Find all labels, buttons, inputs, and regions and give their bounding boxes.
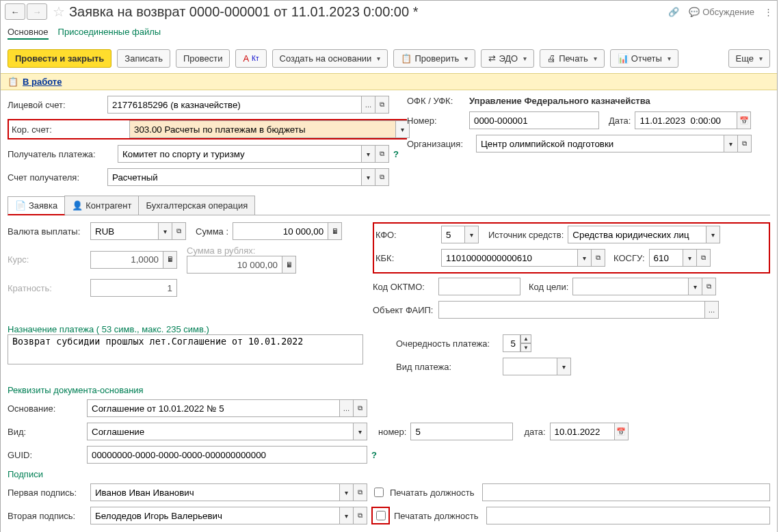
sum-input[interactable] (233, 222, 328, 240)
bdate-input[interactable] (550, 423, 615, 440)
basis-input[interactable] (87, 399, 340, 417)
print-icon: 🖨 (547, 53, 556, 64)
src-dd[interactable]: ▾ (707, 226, 720, 243)
tab-main[interactable]: Основное (8, 27, 49, 40)
sign1-print-cbx[interactable] (374, 488, 384, 497)
faip-sel[interactable]: … (705, 301, 719, 319)
account-select[interactable]: … (362, 96, 375, 114)
kosgu-label: КОСГУ: (613, 253, 645, 263)
payee-input[interactable] (118, 145, 362, 163)
nav-back[interactable]: ← (5, 3, 25, 20)
bnum-input[interactable] (410, 423, 513, 440)
date-input[interactable] (635, 111, 737, 129)
ptype-dd[interactable]: ▾ (557, 358, 571, 375)
num-input[interactable] (469, 111, 599, 129)
date-label: Дата: (609, 116, 631, 126)
kind-input[interactable] (87, 423, 354, 440)
sign1-dd[interactable]: ▾ (340, 483, 354, 501)
sign1-open[interactable]: ⧉ (354, 483, 367, 501)
kbk-open[interactable]: ⧉ (592, 249, 605, 267)
subtab-contragent[interactable]: 👤Контрагент (64, 196, 139, 215)
src-input[interactable] (568, 226, 707, 243)
currency-dd[interactable]: ▾ (159, 222, 172, 240)
ptype-input[interactable] (503, 358, 557, 375)
post-close-button[interactable]: Провести и закрыть (8, 49, 111, 68)
org-input[interactable] (476, 135, 724, 152)
goal-dd[interactable]: ▾ (689, 278, 702, 295)
link-icon[interactable]: 🔗 (668, 7, 679, 17)
basis-open[interactable]: ⧉ (354, 399, 367, 417)
date-cal[interactable] (737, 111, 751, 129)
rate-input (90, 251, 163, 269)
create-based-button[interactable]: Создать на основании (272, 49, 388, 68)
bdate-cal[interactable] (615, 423, 629, 440)
oktmo-input[interactable] (438, 278, 520, 295)
save-button[interactable]: Записать (117, 49, 170, 68)
favorite-star-icon[interactable]: ☆ (53, 3, 65, 20)
prio-down[interactable]: ▼ (520, 343, 531, 352)
more-button[interactable]: Еще (728, 49, 770, 68)
payee-open[interactable]: ⧉ (375, 145, 389, 163)
status-link[interactable]: В работе (23, 77, 62, 87)
discussion-button[interactable]: 💬 Обсуждение (689, 7, 754, 17)
payee-acct-label: Счет получателя: (8, 172, 103, 183)
kbk-input[interactable] (441, 249, 578, 267)
org-open[interactable]: ⧉ (738, 135, 752, 152)
guid-label: GUID: (8, 450, 83, 460)
payee-help[interactable]: ? (393, 149, 399, 159)
num-label: Номер: (407, 116, 465, 126)
nav-fwd[interactable]: → (27, 3, 47, 20)
check-button[interactable]: 📋Проверить (393, 49, 475, 68)
sign2-input[interactable] (90, 507, 340, 524)
sign2-print-cbx[interactable] (376, 511, 386, 520)
prio-up[interactable]: ▲ (520, 334, 531, 343)
account-open[interactable]: ⧉ (375, 96, 389, 114)
kosgu-input[interactable] (649, 249, 683, 267)
subtab-request[interactable]: 📄Заявка (8, 196, 65, 215)
print-button[interactable]: 🖨Печать (540, 49, 605, 68)
calc-icon: 🖩 (332, 228, 339, 235)
goal-open[interactable]: ⧉ (702, 278, 716, 295)
priority-input[interactable] (503, 334, 520, 352)
sign2-pos-input[interactable] (486, 507, 770, 524)
payee-acct-input[interactable] (107, 168, 362, 186)
reports-button[interactable]: 📊Отчеты (610, 49, 678, 68)
payee-dd[interactable]: ▾ (362, 145, 375, 163)
sign1-input[interactable] (90, 483, 340, 501)
edo-button[interactable]: ⇄ЭДО (481, 49, 534, 68)
kfo-dd[interactable]: ▾ (465, 226, 479, 243)
kbk-dd[interactable]: ▾ (578, 249, 592, 267)
kor-input[interactable] (129, 120, 396, 138)
kind-label: Вид: (8, 427, 83, 437)
basis-sel[interactable]: … (340, 399, 354, 417)
kfo-input[interactable] (441, 226, 465, 243)
currency-input[interactable] (90, 222, 159, 240)
payee-acct-open[interactable]: ⧉ (375, 168, 389, 186)
post-button[interactable]: Провести (176, 49, 230, 68)
currency-open[interactable]: ⧉ (172, 222, 186, 240)
dtkt-button[interactable]: АКт (235, 49, 266, 68)
payee-acct-dd[interactable]: ▾ (362, 168, 375, 186)
sign1-pos-input[interactable] (482, 483, 770, 501)
status-icon: 📋 (8, 77, 18, 87)
goal-input[interactable] (572, 278, 689, 295)
mult-label: Кратность: (8, 283, 86, 293)
sign2-dd[interactable]: ▾ (340, 507, 354, 524)
kosgu-dd[interactable]: ▾ (683, 249, 697, 267)
kor-label: Кор. счет: (9, 124, 125, 135)
sum-calc[interactable]: 🖩 (328, 222, 342, 240)
bnum-label: номер: (378, 427, 406, 437)
sign2-open[interactable]: ⧉ (354, 507, 367, 524)
subtab-accounting[interactable]: Бухгалтерская операция (138, 196, 255, 215)
faip-input[interactable] (438, 301, 705, 319)
tab-files[interactable]: Присоединенные файлы (58, 27, 161, 40)
kind-dd[interactable]: ▾ (354, 423, 367, 440)
org-dd[interactable]: ▾ (724, 135, 738, 152)
kosgu-open[interactable]: ⧉ (697, 249, 711, 267)
sum-rub-label: Сумма в рублях: (187, 245, 296, 256)
purpose-input[interactable] (8, 334, 363, 364)
guid-input[interactable] (87, 446, 367, 464)
account-input[interactable] (107, 96, 362, 114)
kebab-menu-icon[interactable]: ⋮ (764, 7, 773, 17)
guid-help[interactable]: ? (371, 450, 377, 460)
